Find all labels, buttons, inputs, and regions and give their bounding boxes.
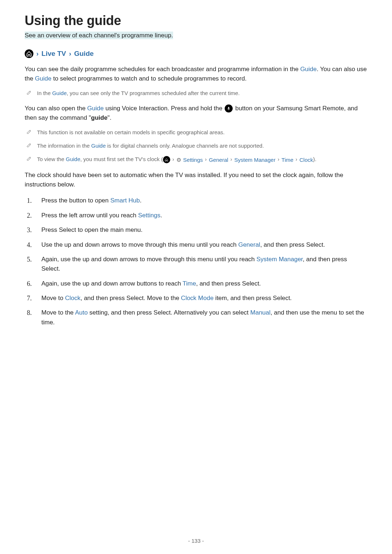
- text: is for digital channels only. Analogue c…: [106, 143, 264, 149]
- link-auto: Auto: [75, 309, 88, 316]
- note-icon: [26, 142, 32, 150]
- link-guide: Guide: [87, 105, 103, 112]
- note-1: In the Guide, you can see only the TV pr…: [26, 89, 367, 97]
- breadcrumb-live-tv: Live TV: [41, 50, 66, 58]
- note-icon: [26, 90, 32, 97]
- step-7: Move to Clock, and then press Select. Mo…: [41, 294, 367, 303]
- chevron-right-icon: ›: [295, 156, 297, 164]
- text: The information in the: [37, 143, 91, 149]
- path-time: Time: [282, 156, 294, 164]
- text: Press the left arrow until you reach: [41, 212, 138, 219]
- link-system-manager: System Manager: [257, 256, 303, 263]
- text: Press Select to open the main menu.: [41, 226, 143, 233]
- note-text: To view the Guide, you must first set th…: [37, 155, 317, 164]
- chevron-right-icon: ›: [172, 156, 174, 164]
- link-guide: Guide: [66, 156, 80, 162]
- paragraph-2: You can also open the Guide using Voice …: [25, 104, 367, 123]
- home-icon: [163, 156, 170, 163]
- text: setting, and then press Select. Alternat…: [88, 309, 250, 316]
- text: using Voice Interaction. Press and hold …: [104, 105, 224, 112]
- step-8: Move to the Auto setting, and then press…: [41, 308, 367, 327]
- path-system-manager: System Manager: [234, 156, 275, 164]
- steps-list: Press the button to open Smart Hub. Pres…: [25, 196, 367, 327]
- text: In the: [37, 90, 52, 96]
- text: , and then press Select.: [196, 280, 261, 287]
- text: , you must first set the TV's clock (: [80, 156, 163, 162]
- link-guide: Guide: [91, 143, 106, 149]
- step-6: Again, use the up and down arrow buttons…: [41, 279, 367, 288]
- page-number: - 133 -: [0, 538, 392, 544]
- page-title: Using the guide: [25, 13, 367, 28]
- text: Use the up and down arrows to move throu…: [41, 241, 238, 248]
- page-subtitle-wrap: See an overview of each channel's progra…: [25, 32, 367, 39]
- link-general: General: [238, 241, 260, 248]
- chevron-right-icon: ›: [69, 50, 71, 58]
- step-3: Press Select to open the main menu.: [41, 225, 367, 235]
- link-clock-mode: Clock Mode: [181, 295, 214, 301]
- path-clock: Clock: [299, 156, 313, 164]
- link-settings: Settings: [138, 212, 160, 219]
- svg-rect-1: [228, 107, 229, 109]
- link-guide: Guide: [35, 75, 51, 82]
- text: ".: [107, 114, 111, 121]
- text: .: [140, 197, 142, 204]
- chevron-right-icon: ›: [230, 156, 232, 164]
- note-text: The information in the Guide is for digi…: [37, 141, 264, 150]
- text: to select programmes to watch and to sch…: [52, 75, 247, 82]
- text: You can see the daily programme schedule…: [25, 66, 300, 73]
- link-guide: Guide: [52, 90, 67, 96]
- gear-icon: ⚙: [176, 156, 181, 164]
- breadcrumb-guide: Guide: [74, 50, 94, 58]
- text: .: [160, 212, 162, 219]
- text: Again, use the up and down arrow buttons…: [41, 280, 183, 287]
- text: Again, use the up and down arrows to mov…: [41, 256, 257, 263]
- step-4: Use the up and down arrows to move throu…: [41, 240, 367, 250]
- document-page: Using the guide See an overview of each …: [0, 0, 392, 554]
- text: item, and then press Select.: [213, 295, 291, 301]
- path-settings: Settings: [183, 156, 203, 164]
- link-time: Time: [183, 280, 196, 287]
- text: Move to: [41, 295, 65, 301]
- link-clock: Clock: [65, 295, 81, 301]
- step-5: Again, use the up and down arrows to mov…: [41, 255, 367, 274]
- text: , you can see only the TV programmes sch…: [67, 90, 240, 96]
- paragraph-3: The clock should have been set to automa…: [25, 171, 367, 190]
- note-text: In the Guide, you can see only the TV pr…: [37, 89, 240, 97]
- text: , and then press Select.: [260, 241, 325, 248]
- breadcrumb: › Live TV › Guide: [25, 49, 367, 58]
- chevron-right-icon: ›: [36, 50, 38, 58]
- note-2: This function is not available on certai…: [26, 128, 367, 136]
- link-guide: Guide: [300, 66, 317, 73]
- text: Move to the: [41, 309, 75, 316]
- home-icon: [25, 49, 33, 58]
- paragraph-1: You can see the daily programme schedule…: [25, 65, 367, 84]
- step-2: Press the left arrow until you reach Set…: [41, 211, 367, 220]
- note-4: To view the Guide, you must first set th…: [26, 155, 367, 164]
- svg-point-0: [25, 49, 33, 58]
- page-subtitle: See an overview of each channel's progra…: [25, 32, 173, 39]
- step-1: Press the button to open Smart Hub.: [41, 196, 367, 205]
- text: , and then press Select. Move to the: [81, 295, 181, 301]
- note-icon: [26, 156, 32, 164]
- text: Press the button to open: [41, 197, 110, 204]
- link-manual: Manual: [250, 309, 271, 316]
- text: You can also open the: [25, 105, 87, 112]
- path-general: General: [209, 156, 228, 164]
- menu-path: › ⚙ Settings › General › System Manager …: [163, 156, 313, 164]
- text: ).: [313, 156, 317, 162]
- microphone-icon: [225, 104, 233, 112]
- note-icon: [26, 129, 32, 136]
- voice-command: guide: [91, 114, 107, 121]
- note-text: This function is not available on certai…: [37, 128, 225, 136]
- chevron-right-icon: ›: [278, 156, 279, 164]
- chevron-right-icon: ›: [205, 156, 207, 164]
- link-smart-hub: Smart Hub: [110, 197, 140, 204]
- text: To view the: [37, 156, 66, 162]
- note-3: The information in the Guide is for digi…: [26, 141, 367, 150]
